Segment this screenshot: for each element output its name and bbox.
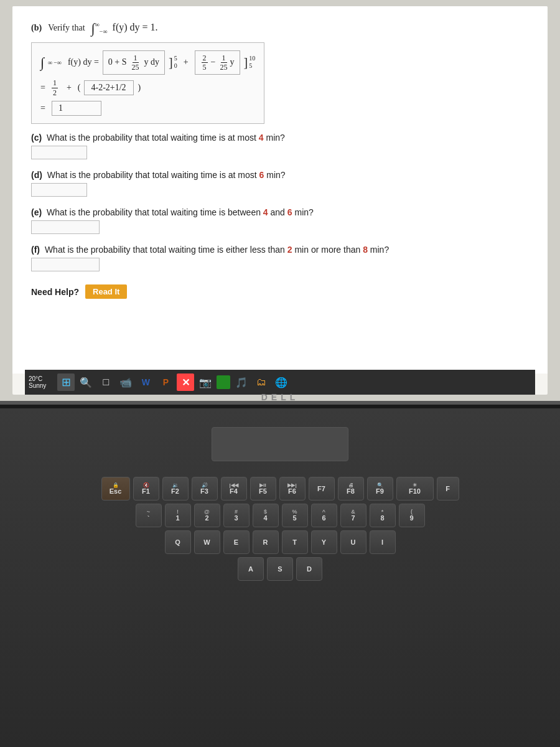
weather-temp: 20°C — [29, 375, 46, 382]
problem-e-text3: min? — [294, 207, 313, 217]
bracket-group-2: 2 5 − 1 25 y — [195, 50, 240, 75]
problem-b-integral-display: ∫∞ −∞ f(y) dy = 1. — [91, 21, 158, 35]
problem-e-answer[interactable] — [31, 220, 100, 234]
screen-content: (b) Verify that ∫∞ −∞ f(y) dy = 1. ∫∞−∞ … — [12, 6, 548, 395]
dell-screen-logo: DELL — [261, 392, 299, 402]
problem-f-answer[interactable] — [31, 258, 100, 271]
key-d[interactable]: D — [296, 557, 322, 581]
problem-d: (d) What is the probability that total w… — [31, 170, 529, 199]
weather-widget: 20°C Sunny — [29, 375, 50, 389]
solution-box: ∫∞−∞ f(y) dy = 0 + S 1 25 y dy — [31, 42, 264, 125]
content-area: (b) Verify that ∫∞ −∞ f(y) dy = 1. ∫∞−∞ … — [12, 6, 548, 374]
windows-start-button[interactable]: ⊞ — [57, 374, 75, 391]
key-i[interactable]: I — [370, 530, 396, 554]
key-a[interactable]: A — [238, 557, 264, 581]
globe-icon[interactable]: 🌐 — [273, 374, 290, 391]
key-6[interactable]: ^ 6 — [311, 504, 337, 527]
key-f-extra[interactable]: F — [437, 477, 459, 500]
trackpad[interactable] — [212, 427, 348, 461]
key-f9[interactable]: 🔍 F9 — [367, 477, 393, 500]
bracket-limits-1: ] 5 0 — [169, 55, 177, 70]
need-help-section: Need Help? Read It — [31, 284, 529, 299]
problem-f-highlight1: 2 — [287, 245, 292, 255]
result-equals-1: 1 — [52, 101, 101, 116]
bracket-limits-2: ] 10 5 — [244, 55, 256, 70]
p-icon[interactable]: P — [157, 374, 174, 391]
problem-f-label: (f) — [31, 245, 40, 255]
key-1[interactable]: ! 1 — [165, 504, 191, 527]
key-f6[interactable]: ▶▶| F6 — [279, 477, 306, 500]
folder-icon[interactable]: 🗂 — [253, 374, 270, 391]
keyboard: 🔒 Esc 🔇 F1 🔉 F2 🔊 F3 |◀◀ F4 ▶II F5 — [31, 477, 529, 722]
problem-e-highlight1: 4 — [263, 207, 268, 217]
key-u[interactable]: U — [340, 530, 366, 554]
problem-e-highlight2: 6 — [287, 207, 292, 217]
problem-d-answer[interactable] — [31, 183, 87, 197]
x-icon[interactable]: ✕ — [177, 374, 194, 391]
problem-f-text2: min or more than — [294, 245, 360, 255]
laptop-body: 🔒 Esc 🔇 F1 🔉 F2 🔊 F3 |◀◀ F4 ▶II F5 — [0, 408, 560, 747]
key-2[interactable]: @ 2 — [194, 504, 220, 527]
key-f8[interactable]: 🖨 F8 — [338, 477, 364, 500]
key-f2[interactable]: 🔉 F2 — [162, 477, 189, 500]
problem-e-label: (e) — [31, 207, 42, 217]
key-y[interactable]: Y — [311, 530, 337, 554]
key-esc[interactable]: 🔒 Esc — [101, 477, 130, 500]
key-7[interactable]: & 7 — [340, 504, 366, 527]
solution-line2: = 1 2 + ( 4-2-2+1/2 ) — [40, 78, 255, 97]
problem-c: (c) What is the probability that total w… — [31, 133, 529, 161]
problem-c-answer[interactable] — [31, 146, 87, 159]
search-taskbar-icon[interactable]: 🔍 — [77, 374, 95, 391]
problem-c-label: (c) — [31, 133, 42, 143]
need-help-label: Need Help? — [31, 287, 79, 297]
taskbar: 20°C Sunny ⊞ 🔍 □ 📹 W P ✕ 📷 🎵 🗂 — [25, 370, 535, 395]
read-it-button[interactable]: Read It — [85, 284, 127, 299]
problem-e-text2: and — [271, 207, 287, 217]
key-9[interactable]: ( 9 — [399, 504, 425, 527]
laptop-screen: (b) Verify that ∫∞ −∞ f(y) dy = 1. ∫∞−∞ … — [0, 0, 560, 405]
problem-d-text2: min? — [266, 170, 285, 180]
problem-f: (f) What is the probability that total w… — [31, 245, 529, 273]
weather-desc: Sunny — [29, 382, 46, 389]
problem-f-text3: min? — [370, 245, 389, 255]
key-f3[interactable]: 🔊 F3 — [192, 477, 218, 500]
keyboard-row-fn: 🔒 Esc 🔇 F1 🔉 F2 🔊 F3 |◀◀ F4 ▶II F5 — [31, 477, 529, 500]
problem-b-label: (b) — [31, 23, 42, 33]
key-q[interactable]: Q — [165, 530, 191, 554]
key-f10[interactable]: ☀ F10 — [396, 477, 434, 500]
problem-c-text: What is the probability that total waiti… — [47, 133, 256, 143]
key-f1[interactable]: 🔇 F1 — [133, 477, 159, 500]
key-3[interactable]: # 3 — [223, 504, 250, 527]
problem-c-highlight: 4 — [259, 133, 264, 143]
keyboard-row-asdf: A S D — [31, 557, 529, 581]
solution-line1: ∫∞−∞ f(y) dy = 0 + S 1 25 y dy — [40, 50, 255, 75]
key-8[interactable]: * 8 — [370, 504, 396, 527]
green-app-icon[interactable] — [217, 375, 230, 389]
key-tilde[interactable]: ~ ` — [136, 504, 162, 527]
key-s[interactable]: S — [267, 557, 293, 581]
key-5[interactable]: % 5 — [282, 504, 308, 527]
camera-icon[interactable]: 📷 — [197, 374, 214, 391]
video-icon[interactable]: 📹 — [117, 374, 134, 391]
key-r[interactable]: R — [253, 530, 279, 554]
key-f7[interactable]: F7 — [309, 477, 335, 500]
key-e[interactable]: E — [223, 530, 250, 554]
problem-f-text: What is the probability that total waiti… — [45, 245, 285, 255]
problem-f-highlight2: 8 — [363, 245, 368, 255]
key-t[interactable]: T — [282, 530, 308, 554]
media-icon[interactable]: 🎵 — [233, 374, 250, 391]
problem-b: (b) Verify that ∫∞ −∞ f(y) dy = 1. ∫∞−∞ … — [31, 21, 529, 124]
solution-line3: = 1 — [40, 101, 255, 116]
problem-b-text: Verify that — [48, 23, 85, 33]
key-4[interactable]: $ 4 — [253, 504, 279, 527]
keyboard-row-numbers: ~ ` ! 1 @ 2 # 3 $ 4 % 5 — [31, 504, 529, 527]
word-icon[interactable]: W — [137, 374, 154, 391]
keyboard-row-qwerty: Q W E R T Y U I — [31, 530, 529, 554]
integral-box-1: 0 + S 1 25 y dy — [103, 50, 165, 75]
paren-content-box: 4-2-2+1/2 — [84, 80, 134, 95]
key-f5[interactable]: ▶II F5 — [250, 477, 276, 500]
file-explorer-icon[interactable]: □ — [97, 374, 114, 391]
problem-c-text2: min? — [266, 133, 285, 143]
key-f4[interactable]: |◀◀ F4 — [221, 477, 247, 500]
key-w[interactable]: W — [194, 530, 220, 554]
